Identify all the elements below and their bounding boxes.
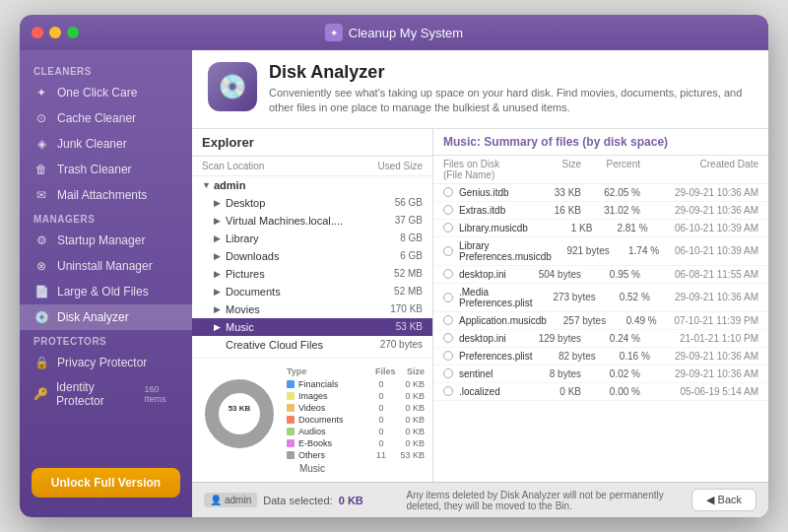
tree-item[interactable]: ▶ Desktop 56 GB — [192, 194, 432, 212]
files-header: Music: Summary of files (by disk space) — [433, 129, 768, 156]
trash-cleaner-icon: 🗑 — [33, 162, 49, 177]
legend-row: Others 11 53 KB — [287, 449, 425, 461]
sidebar-item-label: Junk Cleaner — [57, 137, 127, 151]
bottom-right: Any items deleted by Disk Analyzer will … — [406, 489, 756, 511]
file-row[interactable]: desktop.ini 129 bytes 0.24 % 21-01-21 1:… — [433, 330, 768, 348]
legend-item-size: 0 KB — [395, 379, 425, 389]
legend-item-size: 53 KB — [395, 450, 425, 460]
file-row[interactable]: Library.musicdb 1 KB 2.81 % 06-10-21 10:… — [433, 220, 768, 237]
file-date: 05-06-19 5:14 AM — [640, 386, 758, 397]
tree-arrow-icon: ▶ — [214, 304, 226, 314]
tree-item[interactable]: ▶ Pictures 52 MB — [192, 265, 432, 283]
file-select-radio[interactable] — [443, 246, 453, 256]
legend-item-name: Documents — [298, 415, 367, 425]
tree-item[interactable]: ▶ Library 8 GB — [192, 230, 432, 247]
file-select-radio[interactable] — [443, 293, 453, 302]
sidebar-item-junk-cleaner[interactable]: ◈ Junk Cleaner — [20, 131, 192, 157]
maximize-button[interactable] — [67, 27, 79, 38]
legend-files-header: Files — [375, 366, 395, 376]
tree-area: ▼ admin ▶ Desktop 56 GB ▶ Virtual Machin… — [192, 176, 432, 358]
bottom-bar: 👤 admin Data selected: 0 KB Any items de… — [192, 482, 768, 517]
close-button[interactable] — [32, 27, 43, 38]
legend-size-header: Size — [395, 366, 425, 376]
legend-item-files: 0 — [371, 391, 391, 401]
donut-bottom-label: Music — [299, 463, 325, 474]
file-percent: 0.49 % — [606, 315, 657, 326]
file-select-radio[interactable] — [443, 368, 453, 378]
legend-item-files: 11 — [371, 450, 391, 460]
file-row[interactable]: sentinel 8 bytes 0.02 % 29-09-21 10:36 A… — [433, 366, 768, 383]
content-area: 💿 Disk Analyzer Conveniently see what's … — [192, 50, 768, 517]
file-percent: 0.24 % — [581, 333, 640, 344]
file-name: Extras.itdb — [459, 205, 512, 216]
middle-area: Explorer Scan Location Used Size ▼ admin… — [192, 129, 768, 482]
sidebar-item-cache-cleaner[interactable]: ⊙ Cache Cleaner — [20, 105, 192, 131]
legend-item-size: 0 KB — [395, 427, 425, 436]
file-row[interactable]: desktop.ini 504 bytes 0.95 % 06-08-21 11… — [433, 266, 768, 284]
tree-item-size: 52 MB — [354, 286, 423, 297]
tree-arrow-icon: ▶ — [214, 322, 226, 332]
files-col-size: Size — [512, 159, 581, 180]
file-name: Library Preferences.musicdb — [459, 240, 552, 262]
sidebar-item-mail-attachments[interactable]: ✉ Mail Attachments — [20, 182, 192, 208]
tree-item-size: 53 KB — [354, 321, 423, 332]
tree-arrow-icon: ▶ — [214, 233, 226, 243]
sidebar-item-one-click-care[interactable]: ✦ One Click Care — [20, 80, 192, 105]
file-row[interactable]: Library Preferences.musicdb 921 bytes 1.… — [433, 237, 768, 266]
tree-item[interactable]: ▶ Virtual Machines.local.... 37 GB — [192, 212, 432, 230]
tree-item-size: 6 GB — [354, 250, 423, 261]
file-row[interactable]: Genius.itdb 33 KB 62.05 % 29-09-21 10:36… — [433, 184, 768, 202]
file-percent: 2.81 % — [592, 223, 647, 233]
sidebar-item-uninstall-manager[interactable]: ⊗ Uninstall Manager — [20, 253, 192, 279]
sidebar-item-label: Large & Old Files — [57, 285, 149, 299]
col-location-header: Scan Location — [202, 161, 354, 171]
tree-item[interactable]: ▶ Movies 170 KB — [192, 300, 432, 318]
tree-item[interactable]: ▼ admin — [192, 176, 432, 194]
window-title: Cleanup My System — [349, 26, 463, 40]
file-select-radio[interactable] — [443, 269, 453, 279]
file-percent: 1.74 % — [610, 245, 659, 256]
tree-item[interactable]: Creative Cloud Files 270 bytes — [192, 336, 432, 354]
sidebar-item-startup-manager[interactable]: ⚙ Startup Manager — [20, 228, 192, 253]
files-list: Genius.itdb 33 KB 62.05 % 29-09-21 10:36… — [433, 184, 768, 482]
file-select-radio[interactable] — [443, 187, 453, 197]
explorer-columns: Scan Location Used Size — [192, 157, 432, 176]
sidebar-item-trash-cleaner[interactable]: 🗑 Trash Cleaner — [20, 157, 192, 182]
sidebar-item-label: One Click Care — [57, 86, 137, 100]
identity-protector-count: 160 Items — [144, 384, 178, 404]
file-row[interactable]: Preferences.plist 82 bytes 0.16 % 29-09-… — [433, 348, 768, 366]
legend-item-files: 0 — [371, 438, 391, 448]
file-select-radio[interactable] — [443, 223, 453, 233]
file-row[interactable]: Application.musicdb 257 bytes 0.49 % 07-… — [433, 312, 768, 330]
file-size: 33 KB — [512, 187, 581, 198]
file-size: 1 KB — [528, 223, 593, 233]
tree-item[interactable]: ▶ Documents 52 MB — [192, 283, 432, 300]
file-select-radio[interactable] — [443, 205, 453, 215]
tree-item[interactable]: ▶ Downloads 6 GB — [192, 247, 432, 265]
file-name: Library.musicdb — [459, 223, 528, 233]
legend-item-files: 0 — [371, 379, 391, 389]
file-date: 06-08-21 11:55 AM — [640, 269, 758, 280]
file-row[interactable]: Extras.itdb 16 KB 31.02 % 29-09-21 10:36… — [433, 202, 768, 220]
donut-legend: Type Files Size Financials 0 0 KB Images… — [287, 366, 425, 461]
back-button[interactable]: ◀ Back — [691, 489, 756, 511]
sidebar-item-disk-analyzer[interactable]: 💿 Disk Analyzer — [20, 304, 192, 330]
page-description: Conveniently see what's taking up space … — [269, 86, 753, 116]
sidebar-item-identity-protector[interactable]: 🔑 Identity Protector 160 Items — [20, 375, 192, 413]
tree-item[interactable]: ▶ Music 53 KB — [192, 318, 432, 336]
sidebar-item-label: Identity Protector — [56, 380, 134, 408]
file-select-radio[interactable] — [443, 351, 453, 361]
legend-item-files: 0 — [371, 415, 391, 425]
unlock-full-version-button[interactable]: Unlock Full Version — [32, 468, 180, 498]
file-row[interactable]: .Media Preferences.plist 273 bytes 0.52 … — [433, 284, 768, 312]
sidebar-item-large-old-files[interactable]: 📄 Large & Old Files — [20, 279, 192, 304]
file-select-radio[interactable] — [443, 315, 453, 325]
file-select-radio[interactable] — [443, 333, 453, 343]
minimize-button[interactable] — [49, 27, 61, 38]
sidebar-item-privacy-protector[interactable]: 🔒 Privacy Protector — [20, 350, 192, 375]
file-select-radio[interactable] — [443, 386, 453, 396]
explorer-panel: Explorer Scan Location Used Size ▼ admin… — [192, 129, 433, 482]
tree-item-name: Downloads — [226, 250, 354, 262]
file-row[interactable]: .localized 0 KB 0.00 % 05-06-19 5:14 AM — [433, 383, 768, 401]
legend-item-size: 0 KB — [395, 438, 425, 448]
